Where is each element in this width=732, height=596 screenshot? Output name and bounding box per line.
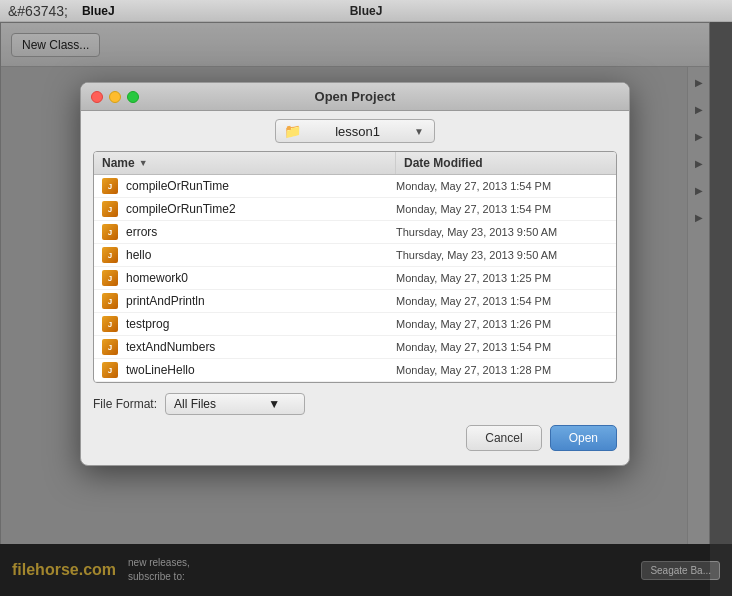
file-date: Monday, May 27, 2013 1:54 PM <box>396 295 616 307</box>
traffic-lights <box>91 91 139 103</box>
file-name: errors <box>126 225 396 239</box>
file-name: compileOrRunTime2 <box>126 202 396 216</box>
file-format-label: File Format: <box>93 397 157 411</box>
file-date: Thursday, May 23, 2013 9:50 AM <box>396 249 616 261</box>
file-icon: J <box>94 201 126 217</box>
file-icon: J <box>94 224 126 240</box>
file-format-row: File Format: All Files ▼ <box>93 393 617 415</box>
file-date: Monday, May 27, 2013 1:54 PM <box>396 180 616 192</box>
file-icon: J <box>94 293 126 309</box>
name-column-header[interactable]: Name ▼ <box>94 152 396 174</box>
file-name: textAndNumbers <box>126 340 396 354</box>
open-project-dialog: Open Project 📁 lesson1 ▼ Name ▼ Date Mod… <box>80 82 630 466</box>
date-column-header: Date Modified <box>396 152 616 174</box>
sort-arrow-icon: ▼ <box>139 158 148 168</box>
list-item[interactable]: J hello Thursday, May 23, 2013 9:50 AM <box>94 244 616 267</box>
java-icon: J <box>102 224 118 240</box>
dialog-titlebar: Open Project <box>81 83 629 111</box>
dialog-overlay: Open Project 📁 lesson1 ▼ Name ▼ Date Mod… <box>0 22 710 596</box>
file-icon: J <box>94 362 126 378</box>
menu-bar: &#63743; BlueJ BlueJ <box>0 0 732 22</box>
file-name: hello <box>126 248 396 262</box>
list-item[interactable]: J errors Thursday, May 23, 2013 9:50 AM <box>94 221 616 244</box>
select-chevron-icon: ▼ <box>268 397 280 411</box>
list-item[interactable]: J testprog Monday, May 27, 2013 1:26 PM <box>94 313 616 336</box>
file-format-value: All Files <box>174 397 216 411</box>
minimize-button[interactable] <box>109 91 121 103</box>
file-name: testprog <box>126 317 396 331</box>
java-icon: J <box>102 293 118 309</box>
list-item[interactable]: J printAndPrintln Monday, May 27, 2013 1… <box>94 290 616 313</box>
file-name: twoLineHello <box>126 363 396 377</box>
folder-icon: 📁 <box>284 123 301 139</box>
java-icon: J <box>102 201 118 217</box>
java-icon: J <box>102 339 118 355</box>
file-date: Monday, May 27, 2013 1:28 PM <box>396 364 616 376</box>
java-icon: J <box>102 178 118 194</box>
java-icon: J <box>102 362 118 378</box>
java-icon: J <box>102 270 118 286</box>
list-item[interactable]: J compileOrRunTime2 Monday, May 27, 2013… <box>94 198 616 221</box>
file-date: Monday, May 27, 2013 1:54 PM <box>396 203 616 215</box>
apple-menu[interactable]: &#63743; <box>8 3 68 19</box>
file-list-header: Name ▼ Date Modified <box>94 152 616 175</box>
file-date: Monday, May 27, 2013 1:25 PM <box>396 272 616 284</box>
file-name: printAndPrintln <box>126 294 396 308</box>
java-icon: J <box>102 316 118 332</box>
open-button[interactable]: Open <box>550 425 617 451</box>
folder-selector[interactable]: 📁 lesson1 ▼ <box>275 119 435 143</box>
file-icon: J <box>94 178 126 194</box>
file-date: Monday, May 27, 2013 1:54 PM <box>396 341 616 353</box>
file-icon: J <box>94 247 126 263</box>
java-icon: J <box>102 247 118 263</box>
file-list-container: Name ▼ Date Modified J compileOrRunTime … <box>93 151 617 383</box>
file-list: J compileOrRunTime Monday, May 27, 2013 … <box>94 175 616 382</box>
file-format-select[interactable]: All Files ▼ <box>165 393 305 415</box>
list-item[interactable]: J twoLineHello Monday, May 27, 2013 1:28… <box>94 359 616 382</box>
file-date: Thursday, May 23, 2013 9:50 AM <box>396 226 616 238</box>
list-item[interactable]: J homework0 Monday, May 27, 2013 1:25 PM <box>94 267 616 290</box>
file-date: Monday, May 27, 2013 1:26 PM <box>396 318 616 330</box>
file-icon: J <box>94 339 126 355</box>
dialog-title: Open Project <box>315 89 396 104</box>
list-item[interactable]: J compileOrRunTime Monday, May 27, 2013 … <box>94 175 616 198</box>
window-title: BlueJ <box>350 4 383 18</box>
app-menu-item[interactable]: BlueJ <box>82 4 115 18</box>
folder-nav: 📁 lesson1 ▼ <box>81 111 629 151</box>
file-icon: J <box>94 270 126 286</box>
chevron-down-icon: ▼ <box>414 126 424 137</box>
dialog-bottom: File Format: All Files ▼ Cancel Open <box>81 383 629 465</box>
close-button[interactable] <box>91 91 103 103</box>
file-icon: J <box>94 316 126 332</box>
maximize-button[interactable] <box>127 91 139 103</box>
list-item[interactable]: J textAndNumbers Monday, May 27, 2013 1:… <box>94 336 616 359</box>
folder-name: lesson1 <box>307 124 408 139</box>
file-name: compileOrRunTime <box>126 179 396 193</box>
dialog-buttons: Cancel Open <box>93 425 617 461</box>
cancel-button[interactable]: Cancel <box>466 425 541 451</box>
file-name: homework0 <box>126 271 396 285</box>
